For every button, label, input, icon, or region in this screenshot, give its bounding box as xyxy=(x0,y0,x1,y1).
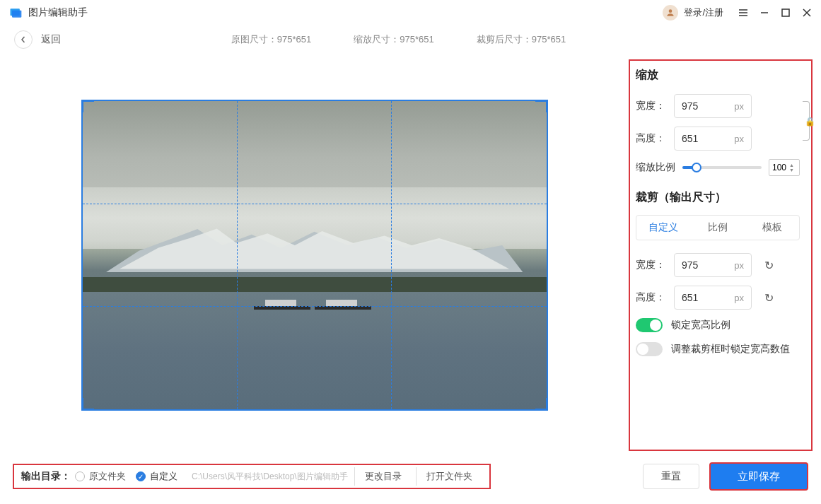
scale-height-input[interactable]: px xyxy=(674,127,752,151)
close-icon[interactable] xyxy=(801,7,813,18)
image-crop-frame[interactable] xyxy=(81,100,548,411)
canvas-area xyxy=(0,54,629,457)
app-title: 图片编辑助手 xyxy=(28,6,88,19)
app-icon xyxy=(8,6,23,20)
toolbar: 返回 原图尺寸：975*651 缩放尺寸：975*651 裁剪后尺寸：975*6… xyxy=(0,25,821,54)
crop-panel-title: 裁剪（输出尺寸） xyxy=(636,190,800,205)
save-button[interactable]: 立即保存 xyxy=(709,462,808,491)
scale-size-info: 缩放尺寸：975*651 xyxy=(354,33,433,46)
lock-ratio-toggle[interactable] xyxy=(636,318,663,332)
lock-on-adjust-toggle[interactable] xyxy=(636,342,663,356)
scale-panel-title: 缩放 xyxy=(636,68,800,83)
crop-handle-tr[interactable] xyxy=(535,100,548,112)
scale-height-label: 高度： xyxy=(636,132,667,145)
refresh-height-icon[interactable]: ↻ xyxy=(764,291,774,305)
output-directory-box: 输出目录： 原文件夹 自定义 C:\Users\风平科技\Desktop\图片编… xyxy=(13,464,491,489)
reset-button[interactable]: 重置 xyxy=(643,464,699,489)
crop-height-label: 高度： xyxy=(636,291,667,304)
menu-icon[interactable] xyxy=(738,7,749,18)
image-content xyxy=(315,295,371,310)
maximize-icon[interactable] xyxy=(780,7,791,18)
user-area[interactable]: 登录/注册 xyxy=(663,5,723,20)
original-folder-radio[interactable] xyxy=(75,471,85,481)
svg-rect-3 xyxy=(782,9,789,16)
refresh-width-icon[interactable]: ↻ xyxy=(764,259,774,272)
avatar-icon xyxy=(663,5,678,20)
original-folder-label[interactable]: 原文件夹 xyxy=(89,470,126,483)
scale-ratio-input[interactable]: ▲▼ xyxy=(769,159,800,176)
custom-folder-label[interactable]: 自定义 xyxy=(150,470,177,483)
change-dir-button[interactable]: 更改目录 xyxy=(354,467,412,486)
svg-rect-1 xyxy=(12,11,21,18)
minimize-icon[interactable] xyxy=(759,7,770,18)
lock-ratio-label: 锁定宽高比例 xyxy=(671,319,730,332)
original-size-info: 原图尺寸：975*651 xyxy=(231,33,311,46)
scale-ratio-slider[interactable] xyxy=(682,166,762,169)
scale-ratio-label: 缩放比例 xyxy=(636,161,675,174)
login-link[interactable]: 登录/注册 xyxy=(684,6,723,19)
output-label: 输出目录： xyxy=(21,470,71,483)
crop-handle-tl[interactable] xyxy=(81,100,94,112)
tab-ratio[interactable]: 比例 xyxy=(691,216,745,240)
grid-line xyxy=(391,101,392,409)
tab-template[interactable]: 模板 xyxy=(745,216,799,240)
crop-width-input[interactable]: px xyxy=(674,253,752,277)
crop-size-info: 裁剪后尺寸：975*651 xyxy=(477,33,566,46)
crop-handle-br[interactable] xyxy=(535,398,548,411)
lock-icon[interactable]: 🔒 xyxy=(805,117,815,127)
output-path-field[interactable]: C:\Users\风平科技\Desktop\图片编辑助手 xyxy=(187,468,350,486)
settings-sidebar: 缩放 宽度： px 高度： px 🔒 缩放比例 xyxy=(629,59,813,451)
grid-line xyxy=(83,306,547,307)
grid-line xyxy=(83,204,547,204)
crop-width-label: 宽度： xyxy=(636,259,667,271)
open-folder-button[interactable]: 打开文件夹 xyxy=(416,467,482,486)
custom-folder-radio[interactable] xyxy=(136,471,146,481)
footer: 输出目录： 原文件夹 自定义 C:\Users\风平科技\Desktop\图片编… xyxy=(0,457,821,496)
scale-width-input[interactable]: px xyxy=(674,94,752,118)
crop-tabs: 自定义 比例 模板 xyxy=(636,215,800,240)
scale-width-label: 宽度： xyxy=(636,100,667,112)
crop-height-input[interactable]: px xyxy=(674,286,752,310)
titlebar: 图片编辑助手 登录/注册 xyxy=(0,0,821,25)
lock-on-adjust-label: 调整裁剪框时锁定宽高数值 xyxy=(671,343,790,356)
image-content xyxy=(254,295,310,310)
tab-custom[interactable]: 自定义 xyxy=(636,216,691,240)
grid-line xyxy=(237,101,238,409)
svg-point-2 xyxy=(669,9,672,13)
crop-handle-bl[interactable] xyxy=(81,398,94,411)
